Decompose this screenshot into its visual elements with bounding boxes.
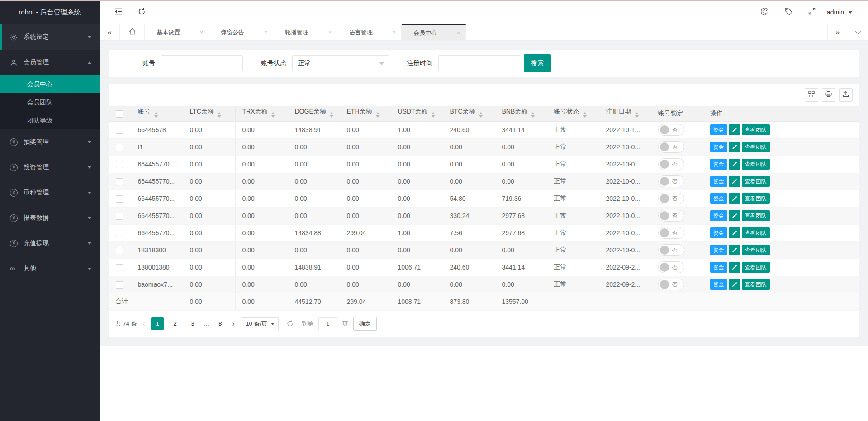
column-header-btc[interactable]: BTC余额 (443, 106, 495, 121)
sort-icon[interactable] (531, 110, 535, 119)
theme-button[interactable] (753, 0, 777, 24)
tabs-scroll-left-button[interactable]: « (100, 24, 120, 40)
fund-button[interactable]: 资金 (710, 227, 727, 238)
lock-toggle[interactable]: 否 (658, 279, 684, 290)
view-team-button[interactable]: 查看团队 (742, 142, 770, 152)
column-header-eth[interactable]: ETH余额 (340, 106, 391, 121)
row-checkbox[interactable] (116, 127, 123, 134)
lock-toggle[interactable]: 否 (658, 210, 684, 222)
edit-button[interactable] (729, 124, 740, 135)
lock-toggle[interactable]: 否 (658, 141, 684, 153)
sidebar-item-team-level[interactable]: 团队等级 (0, 111, 100, 129)
view-team-button[interactable]: 查看团队 (742, 227, 770, 238)
row-checkbox[interactable] (116, 247, 123, 254)
column-header-date[interactable]: 注册日期 (599, 106, 651, 121)
view-team-button[interactable]: 查看团队 (742, 193, 770, 204)
view-team-button[interactable]: 查看团队 (742, 262, 770, 273)
sidebar-item-investment-management[interactable]: 投资管理 (0, 155, 100, 180)
sidebar-item-member-center[interactable]: 会员中心 (0, 75, 100, 93)
export-button[interactable] (839, 88, 853, 102)
tab-语言管理[interactable]: 语言管理× (337, 24, 402, 40)
edit-button[interactable] (729, 279, 740, 290)
sort-icon[interactable] (218, 110, 221, 119)
sidebar-item-member-team[interactable]: 会员团队 (0, 93, 100, 111)
sort-icon[interactable] (330, 110, 333, 119)
edit-button[interactable] (729, 227, 740, 238)
pagination-refresh-button[interactable] (286, 320, 294, 327)
tab-弹窗公告[interactable]: 弹窗公告× (209, 24, 273, 40)
row-checkbox[interactable] (116, 161, 123, 168)
row-checkbox[interactable] (116, 195, 123, 203)
fund-button[interactable]: 资金 (710, 262, 727, 273)
page-button-8[interactable]: 8 (214, 317, 227, 330)
select-all-checkbox[interactable] (116, 110, 123, 118)
edit-button[interactable] (729, 142, 740, 152)
edit-button[interactable] (729, 262, 740, 273)
search-button[interactable]: 搜索 (524, 54, 551, 72)
column-header-bnb[interactable]: BNB余额 (495, 106, 547, 121)
page-button-2[interactable]: 2 (169, 317, 181, 330)
row-checkbox[interactable] (116, 178, 123, 185)
goto-page-input[interactable] (318, 317, 337, 330)
fund-button[interactable]: 资金 (710, 176, 727, 187)
row-checkbox[interactable] (116, 144, 123, 151)
fund-button[interactable]: 资金 (710, 159, 727, 170)
confirm-button[interactable]: 确定 (353, 317, 377, 331)
row-checkbox[interactable] (116, 213, 123, 220)
fund-button[interactable]: 资金 (710, 193, 727, 204)
account-input[interactable] (161, 55, 243, 71)
tab-轮播管理[interactable]: 轮播管理× (273, 24, 337, 40)
edit-button[interactable] (729, 193, 740, 204)
row-checkbox[interactable] (116, 230, 123, 237)
account-status-select[interactable]: 正常 (292, 55, 389, 71)
sidebar-item-other[interactable]: 其他 (0, 256, 100, 281)
view-team-button[interactable]: 查看团队 (742, 279, 770, 290)
fullscreen-button[interactable] (801, 0, 823, 24)
close-icon[interactable]: × (328, 29, 332, 36)
edit-button[interactable] (729, 159, 740, 170)
tab-会员中心[interactable]: 会员中心× (402, 24, 466, 40)
view-team-button[interactable]: 查看团队 (742, 124, 770, 135)
tab-基本设置[interactable]: 基本设置× (145, 24, 209, 40)
fund-button[interactable]: 资金 (710, 245, 727, 255)
close-icon[interactable]: × (200, 29, 203, 36)
tabs-menu-button[interactable] (848, 24, 868, 40)
sort-icon[interactable] (376, 110, 379, 119)
page-button-1[interactable]: 1 (151, 317, 164, 330)
print-button[interactable] (822, 88, 835, 102)
tag-button[interactable] (777, 0, 801, 24)
close-icon[interactable]: × (393, 29, 396, 36)
view-team-button[interactable]: 查看团队 (742, 210, 770, 221)
sidebar-item-report-data[interactable]: 报表数据 (0, 205, 100, 231)
column-header-doge[interactable]: DOGE余额 (288, 106, 340, 121)
edit-button[interactable] (729, 210, 740, 221)
column-header-usdt[interactable]: USDT余额 (391, 106, 443, 121)
sort-icon[interactable] (635, 110, 639, 119)
row-checkbox[interactable] (116, 281, 123, 289)
sidebar-item-deposit-withdraw[interactable]: 充值提现 (0, 231, 100, 256)
lock-toggle[interactable]: 否 (658, 158, 684, 170)
columns-filter-button[interactable] (805, 88, 818, 102)
view-team-button[interactable]: 查看团队 (742, 245, 770, 255)
fund-button[interactable]: 资金 (710, 279, 727, 290)
fund-button[interactable]: 资金 (710, 210, 727, 221)
row-checkbox[interactable] (116, 264, 123, 271)
close-icon[interactable]: × (457, 30, 460, 36)
sort-icon[interactable] (271, 110, 275, 119)
view-team-button[interactable]: 查看团队 (742, 176, 770, 187)
prev-page-button[interactable]: ‹ (142, 320, 146, 328)
lock-toggle[interactable]: 否 (658, 124, 684, 136)
fund-button[interactable]: 资金 (710, 142, 727, 152)
collapse-sidebar-button[interactable] (107, 0, 130, 24)
page-button-3[interactable]: 3 (186, 317, 199, 330)
fund-button[interactable]: 资金 (710, 124, 727, 135)
edit-button[interactable] (729, 245, 740, 255)
column-header-account[interactable]: 账号 (131, 106, 183, 121)
sidebar-item-member-management[interactable]: 会员管理 (0, 50, 100, 75)
next-page-button[interactable]: › (232, 320, 236, 328)
column-header-status[interactable]: 账号状态 (547, 106, 599, 121)
admin-menu[interactable]: admin (823, 9, 856, 16)
sidebar-item-system-settings[interactable]: 系统设定 (0, 24, 100, 50)
per-page-select[interactable]: 10 条/页 (241, 317, 279, 330)
refresh-button[interactable] (130, 0, 153, 24)
